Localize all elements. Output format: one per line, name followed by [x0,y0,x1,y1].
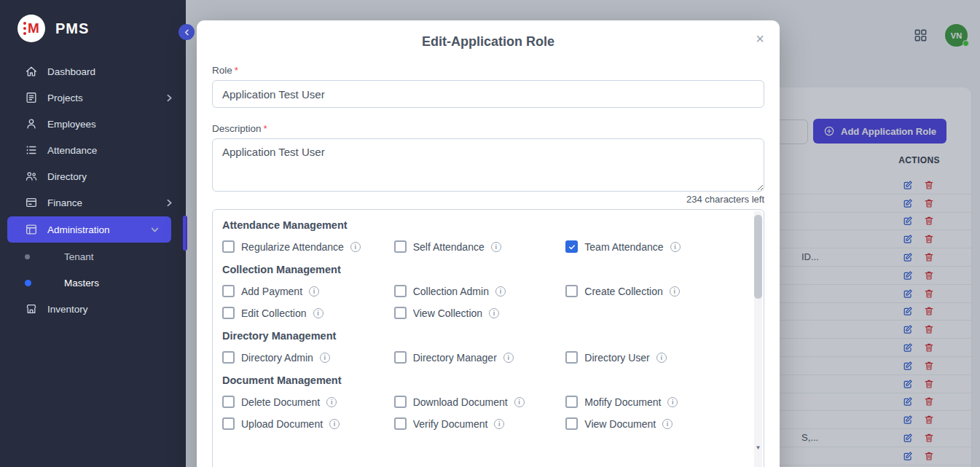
brand-name: PMS [55,20,89,37]
modal-title: Edit-Application Role [212,20,764,50]
permission-label: View Document [584,418,656,430]
info-icon[interactable]: i [491,242,501,252]
required-asterisk: * [235,65,238,76]
permission-item: Self Attendancei [394,240,566,253]
checkbox-view-collection[interactable] [394,307,407,319]
info-icon[interactable]: i [514,397,525,407]
pms-logo-icon: M [17,15,45,42]
permission-item: View Collectioni [394,307,566,319]
scrollbar-thumb[interactable] [754,215,762,299]
sidebar-item-inventory[interactable]: Inventory [0,296,186,322]
checkbox-view-document[interactable] [565,417,578,430]
scrollbar-down-arrow-icon[interactable]: ▼ [754,444,762,451]
sidebar-subitem-label: Masters [64,278,99,289]
sidebar-item-label: Dashboard [47,66,95,77]
permission-item: Edit Collectioni [222,307,394,319]
sidebar-subitem-label: Tenant [64,251,94,262]
sidebar-item-finance[interactable]: Finance [0,189,186,216]
info-icon[interactable]: i [495,286,506,297]
brand: M PMS [0,0,186,54]
info-icon[interactable]: i [326,397,337,407]
info-icon[interactable]: i [662,419,673,429]
permission-label: Team Attendance [584,241,663,253]
sidebar-item-employees[interactable]: Employees [0,111,186,137]
bullet-icon [25,280,31,286]
role-input[interactable] [212,80,764,108]
sidebar-item-attendance[interactable]: Attendance [0,137,186,163]
close-icon[interactable]: × [750,29,769,48]
sidebar-subitem-masters[interactable]: Masters [0,270,186,296]
checkbox-create-collection[interactable] [565,285,578,297]
info-icon[interactable]: i [489,308,499,318]
checkbox-upload-document[interactable] [222,417,235,430]
checkbox-directory-user[interactable] [565,351,578,364]
sidebar-item-label: Directory [47,171,87,182]
checkbox-download-document[interactable] [394,396,407,408]
sidebar-item-directory[interactable]: Directory [0,163,186,189]
permission-grid: Add PaymentiCollection AdminiCreate Coll… [222,285,737,319]
permission-label: Directory Admin [241,352,313,364]
permission-label: Create Collection [584,286,662,297]
permission-item: View Documenti [565,417,737,430]
checkbox-delete-document[interactable] [222,396,235,408]
info-icon[interactable]: i [320,353,330,363]
permission-item: Upload Documenti [222,417,394,430]
sidebar-collapse-button[interactable] [179,24,195,40]
info-icon[interactable]: i [503,353,514,363]
sidebar: M PMS DashboardProjectsEmployeesAttendan… [0,0,186,467]
role-field-label: Role* [212,65,764,76]
checkbox-directory-manager[interactable] [394,351,407,364]
role-label-text: Role [212,65,232,76]
checkbox-self-attendance[interactable] [394,240,407,253]
logo-letter: M [28,20,39,36]
info-icon[interactable]: i [329,419,340,429]
info-icon[interactable]: i [667,397,678,407]
info-icon[interactable]: i [670,286,680,297]
sidebar-item-projects[interactable]: Projects [0,85,186,111]
required-asterisk: * [264,123,267,134]
sidebar-subitem-tenant[interactable]: Tenant [0,243,186,270]
info-icon[interactable]: i [350,242,361,252]
permission-groups: Attendance ManagementRegularize Attendan… [222,219,737,430]
finance-icon [25,196,38,209]
permission-group-title: Collection Management [222,264,737,275]
checkbox-team-attendance[interactable] [565,240,578,253]
chevron-right-icon [165,198,174,208]
sidebar-item-administration[interactable]: Administration [7,216,171,243]
permission-grid: Regularize AttendanceiSelf AttendanceiTe… [222,240,737,253]
permission-label: Verify Document [413,418,488,430]
attendance-icon [25,144,38,157]
info-icon[interactable]: i [656,353,667,363]
info-icon[interactable]: i [494,419,504,429]
projects-icon [25,91,38,104]
description-label-text: Description [212,123,262,134]
permission-label: Mofify Document [584,396,661,408]
sidebar-item-label: Attendance [47,145,97,156]
checkbox-regularize-attendance[interactable] [222,240,235,253]
permission-item: Directory Useri [565,351,737,364]
permission-label: Self Attendance [413,241,485,253]
permission-item: Directory Manageri [394,351,566,364]
sidebar-item-label: Employees [47,119,96,130]
info-icon[interactable]: i [313,308,324,318]
info-icon[interactable]: i [309,286,319,297]
info-icon[interactable]: i [670,242,681,252]
permission-item: Verify Documenti [394,417,566,430]
permission-group-title: Directory Management [222,330,737,342]
checkbox-directory-admin[interactable] [222,351,235,364]
checkbox-verify-document[interactable] [394,417,407,430]
description-textarea[interactable]: Application Test User [212,138,764,192]
logo-dots [23,27,26,30]
sidebar-item-dashboard[interactable]: Dashboard [0,58,186,85]
directory-icon [25,170,38,183]
permission-label: Directory Manager [413,352,497,364]
sidebar-item-label: Administration [47,224,110,235]
checkbox-add-payment[interactable] [222,285,235,297]
employees-icon [25,117,38,130]
permission-item: Mofify Documenti [565,396,737,408]
checkbox-collection-admin[interactable] [394,285,407,297]
sidebar-nav: DashboardProjectsEmployeesAttendanceDire… [0,54,186,322]
permission-label: Download Document [413,396,508,408]
checkbox-edit-collection[interactable] [222,307,235,319]
checkbox-mofify-document[interactable] [565,396,578,408]
